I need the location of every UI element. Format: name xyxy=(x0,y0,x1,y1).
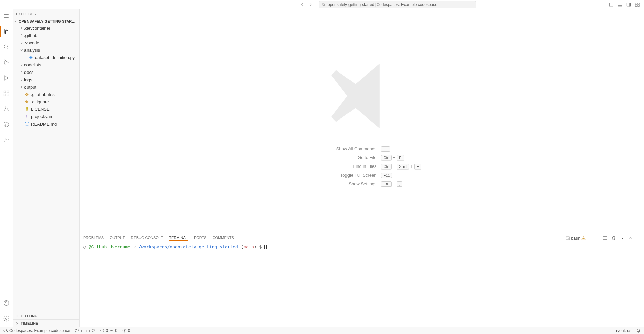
file-item[interactable]: ❖.gitattributes xyxy=(13,91,79,98)
svg-rect-15 xyxy=(4,91,6,93)
maximize-panel-icon[interactable] xyxy=(629,236,633,240)
search-activity-icon[interactable] xyxy=(0,42,13,52)
panel-tab-terminal[interactable]: TERMINAL xyxy=(169,236,188,241)
svg-rect-6 xyxy=(629,3,631,6)
svg-point-30 xyxy=(76,331,77,332)
file-item[interactable]: ❖dataset_definition.py xyxy=(13,54,79,61)
svg-rect-2 xyxy=(609,3,610,6)
svg-point-29 xyxy=(76,329,77,330)
ports-indicator[interactable]: 0 xyxy=(122,328,130,333)
github-icon[interactable] xyxy=(0,120,13,129)
keycap: F xyxy=(414,164,421,169)
svg-point-14 xyxy=(7,62,8,63)
svg-point-31 xyxy=(78,329,79,330)
repo-header[interactable]: OPENSAFELY-GETTING-STARTED [CODESP… xyxy=(13,19,79,24)
layout-sidebar-left-icon[interactable] xyxy=(608,2,614,7)
shortcut-row: Go to FileCtrl+P xyxy=(303,155,421,160)
layout-sidebar-right-icon[interactable] xyxy=(626,2,631,7)
terminal-shell-label[interactable]: bash xyxy=(566,236,586,241)
chevron-right-icon xyxy=(19,85,24,89)
customize-layout-icon[interactable] xyxy=(635,2,640,7)
keycap: Shift xyxy=(397,164,409,169)
sidebar-title: EXPLORER xyxy=(16,12,36,16)
extensions-icon[interactable] xyxy=(0,89,13,98)
terminal-icon xyxy=(566,236,570,240)
svg-rect-4 xyxy=(618,5,622,6)
file-item[interactable]: 🎖LICENSE xyxy=(13,105,79,113)
panel-more-icon[interactable]: ⋯ xyxy=(620,236,625,241)
panel-tab-comments[interactable]: COMMENTS xyxy=(213,236,234,241)
run-debug-icon[interactable] xyxy=(0,73,13,83)
shortcut-label: Show Settings xyxy=(303,181,376,186)
sync-icon xyxy=(91,328,95,333)
svg-rect-17 xyxy=(7,94,9,96)
folder-item[interactable]: codelists xyxy=(13,61,79,68)
nav-forward-icon[interactable] xyxy=(307,2,313,8)
search-icon xyxy=(322,3,326,7)
svg-point-33 xyxy=(124,329,125,330)
shortcut-label: Go to File xyxy=(303,155,376,160)
folder-item[interactable]: .github xyxy=(13,32,79,39)
command-center-search[interactable]: opensafely-getting-started [Codespaces: … xyxy=(319,1,476,8)
bottom-panel: PROBLEMSOUTPUTDEBUG CONSOLETERMINALPORTS… xyxy=(80,233,644,327)
error-icon xyxy=(100,328,104,333)
settings-gear-icon[interactable] xyxy=(0,314,13,323)
keycap: Ctrl xyxy=(381,155,391,160)
branch-indicator[interactable]: main xyxy=(75,328,95,333)
folder-item[interactable]: analysis xyxy=(13,46,79,54)
keycap: P xyxy=(397,155,404,160)
folder-item[interactable]: .vscode xyxy=(13,39,79,46)
terminal-cursor xyxy=(264,245,267,249)
file-item[interactable]: ❖.gitignore xyxy=(13,98,79,105)
file-item[interactable]: !project.yaml xyxy=(13,113,79,120)
folder-item[interactable]: .devcontainer xyxy=(13,24,79,32)
layout-panel-bottom-icon[interactable] xyxy=(617,2,623,7)
kill-terminal-icon[interactable] xyxy=(611,236,616,240)
panel-tab-output[interactable]: OUTPUT xyxy=(110,236,125,241)
panel-tab-problems[interactable]: PROBLEMS xyxy=(83,236,104,241)
shortcut-row: Find in FilesCtrl+Shift+F xyxy=(303,164,421,169)
terminal-branch: main xyxy=(243,244,254,249)
folder-item[interactable]: output xyxy=(13,83,79,91)
new-terminal-button[interactable] xyxy=(590,236,599,240)
sidebar-more-icon[interactable]: ⋯ xyxy=(72,12,76,16)
search-text: opensafely-getting-started [Codespaces: … xyxy=(328,2,438,7)
chevron-right-icon xyxy=(19,63,24,67)
chevron-down-icon xyxy=(19,48,24,52)
chevron-right-icon xyxy=(15,321,19,325)
timeline-label: TIMELINE xyxy=(21,321,38,325)
docker-icon[interactable] xyxy=(0,135,13,144)
notifications-icon[interactable] xyxy=(636,328,641,333)
folder-item[interactable]: docs xyxy=(13,68,79,76)
activity-bar xyxy=(0,9,13,327)
problems-indicator[interactable]: 0 0 xyxy=(100,328,117,333)
terminal-user: @GitHub_Username xyxy=(89,244,130,249)
warning-icon xyxy=(109,328,114,333)
timeline-section[interactable]: TIMELINE xyxy=(13,319,79,327)
outline-section[interactable]: OUTLINE xyxy=(13,312,79,319)
warning-icon xyxy=(581,236,586,240)
file-tree: .devcontainer.github.vscodeanalysis❖data… xyxy=(13,24,79,312)
split-terminal-icon[interactable] xyxy=(603,236,607,240)
panel-tab-debug-console[interactable]: DEBUG CONSOLE xyxy=(131,236,163,241)
file-item[interactable]: ⓘREADME.md xyxy=(13,120,79,128)
terminal-content[interactable]: ○ @GitHub_Username ➜ /workspaces/opensaf… xyxy=(80,243,644,327)
menu-icon[interactable] xyxy=(0,11,13,21)
accounts-icon[interactable] xyxy=(0,298,13,308)
svg-rect-8 xyxy=(638,3,639,4)
svg-rect-16 xyxy=(4,94,6,96)
nav-back-icon[interactable] xyxy=(299,2,305,8)
keyboard-layout[interactable]: Layout: us xyxy=(613,328,631,333)
panel-tab-ports[interactable]: PORTS xyxy=(194,236,207,241)
close-panel-icon[interactable] xyxy=(637,236,641,240)
remote-indicator[interactable]: Codespaces: Example codespace xyxy=(3,328,70,333)
statusbar: Codespaces: Example codespace main 0 0 0… xyxy=(0,327,644,334)
svg-point-13 xyxy=(4,64,5,65)
explorer-icon[interactable] xyxy=(0,27,13,36)
source-control-icon[interactable] xyxy=(0,58,13,67)
shortcut-label: Find in Files xyxy=(303,164,376,169)
folder-item[interactable]: logs xyxy=(13,76,79,83)
testing-icon[interactable] xyxy=(0,104,13,113)
sidebar-explorer: EXPLORER ⋯ OPENSAFELY-GETTING-STARTED [C… xyxy=(13,9,80,327)
shortcut-row: Show All CommandsF1 xyxy=(303,146,421,152)
